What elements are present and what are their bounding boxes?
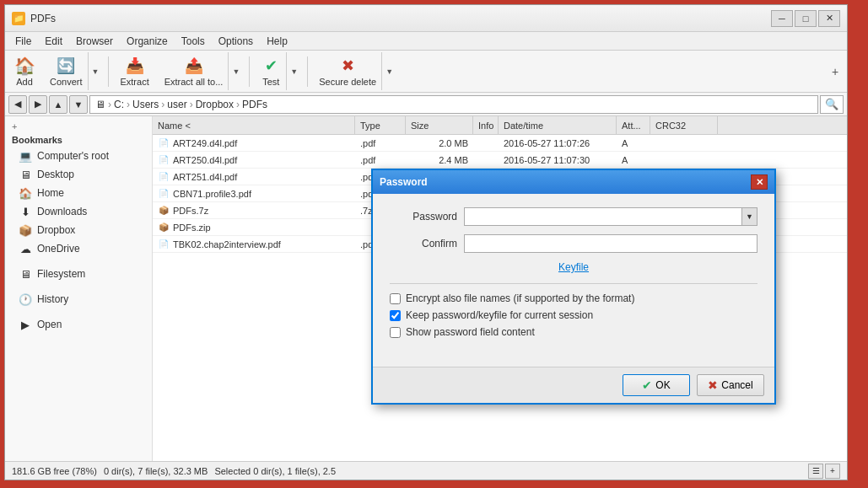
col-header-info[interactable]: Info bbox=[473, 116, 499, 134]
extract-label: Extract bbox=[120, 77, 148, 87]
col-header-type[interactable]: Type bbox=[355, 116, 406, 134]
toolbar-more-button[interactable]: + bbox=[827, 63, 844, 80]
status-add-button[interactable]: + bbox=[825, 464, 840, 479]
test-button[interactable]: ✔ Test ▼ bbox=[255, 51, 302, 91]
file-type: .pdf bbox=[355, 135, 406, 151]
table-row[interactable]: 📄 ART250.d4l.pdf .pdf 2.4 MB 2016-05-27 … bbox=[153, 152, 847, 169]
convert-icon: 🔄 bbox=[56, 56, 76, 76]
secure-delete-button[interactable]: ✖ Secure delete ▼ bbox=[313, 51, 397, 91]
sidebar-item-dropbox[interactable]: 📦 Dropbox bbox=[5, 221, 152, 239]
keyfile-link[interactable]: Keyfile bbox=[390, 261, 757, 273]
breadcrumb-users[interactable]: Users bbox=[132, 99, 159, 110]
menu-browser[interactable]: Browser bbox=[69, 34, 120, 49]
search-button[interactable]: 🔍 bbox=[820, 95, 844, 114]
col-header-crc[interactable]: CRC32 bbox=[650, 116, 718, 134]
extract-all-button[interactable]: 📤 Extract all to... ▼ bbox=[159, 51, 245, 91]
confirm-input[interactable] bbox=[464, 234, 757, 253]
app-icon: 📁 bbox=[12, 12, 25, 25]
filesystem-icon: 🖥 bbox=[19, 267, 32, 281]
up-button[interactable]: ▲ bbox=[49, 95, 67, 114]
menu-file[interactable]: File bbox=[8, 34, 38, 49]
sidebar-item-filesystem[interactable]: 🖥 Filesystem bbox=[5, 265, 152, 283]
dialog-buttons: ✔ OK ✖ Cancel bbox=[373, 367, 774, 403]
add-button[interactable]: 🏠 Add bbox=[8, 51, 40, 91]
sidebar-item-label-downloads: Downloads bbox=[37, 206, 87, 217]
title-bar: 📁 PDFs ─ □ ✕ bbox=[5, 5, 847, 32]
col-header-size[interactable]: Size bbox=[406, 116, 473, 134]
menu-organize[interactable]: Organize bbox=[120, 34, 175, 49]
breadcrumb-dropdown[interactable]: ▼ bbox=[69, 95, 88, 114]
password-input[interactable] bbox=[464, 207, 742, 226]
extract-icon: 📥 bbox=[125, 56, 145, 76]
extract-button[interactable]: 📥 Extract bbox=[114, 51, 154, 91]
file-info bbox=[473, 135, 499, 151]
show-password-checkbox[interactable] bbox=[390, 327, 401, 338]
convert-button[interactable]: 🔄 Convert ▼ bbox=[44, 51, 103, 91]
extract-all-dropdown-arrow[interactable]: ▼ bbox=[228, 52, 243, 90]
file-attr: A bbox=[617, 152, 650, 168]
sidebar-item-label-onedrive: OneDrive bbox=[37, 243, 80, 255]
pdf-icon: 📄 bbox=[158, 188, 170, 200]
forward-button[interactable]: ▶ bbox=[29, 95, 47, 114]
status-icons: ☰ + bbox=[808, 464, 840, 479]
breadcrumb-c[interactable]: C: bbox=[114, 99, 124, 110]
pdf-icon: 📄 bbox=[158, 137, 170, 149]
checkbox-row-2: Keep password/keyfile for current sessio… bbox=[390, 309, 757, 321]
col-header-attr[interactable]: Att... bbox=[617, 116, 650, 134]
pdf-icon: 📄 bbox=[158, 239, 170, 250]
checkbox-row-3: Show password field content bbox=[390, 326, 757, 338]
password-dropdown-btn[interactable]: ▼ bbox=[742, 207, 757, 226]
back-button[interactable]: ◀ bbox=[8, 95, 27, 114]
table-row[interactable]: 📄 ART249.d4l.pdf .pdf 2.0 MB 2016-05-27 … bbox=[153, 135, 847, 152]
keep-password-label[interactable]: Keep password/keyfile for current sessio… bbox=[406, 309, 593, 321]
menu-options[interactable]: Options bbox=[212, 34, 260, 49]
confirm-input-wrap bbox=[464, 234, 757, 253]
show-password-label[interactable]: Show password field content bbox=[406, 326, 535, 338]
col-header-datetime[interactable]: Date/time bbox=[499, 116, 617, 134]
breadcrumb[interactable]: 🖥 › C: › Users › user › Dropbox › PDFs bbox=[89, 95, 818, 114]
secure-delete-dropdown-arrow[interactable]: ▼ bbox=[381, 52, 396, 90]
close-button[interactable]: ✕ bbox=[818, 10, 840, 27]
convert-label: Convert bbox=[50, 77, 83, 87]
menu-help[interactable]: Help bbox=[260, 34, 294, 49]
dialog-close-button[interactable]: ✕ bbox=[751, 174, 768, 190]
home-icon: 🏠 bbox=[19, 186, 32, 200]
sidebar-item-onedrive[interactable]: ☁ OneDrive bbox=[5, 239, 152, 258]
computer-icon: 💻 bbox=[19, 149, 32, 163]
encrypt-names-label[interactable]: Encrypt also file names (if supported by… bbox=[406, 292, 634, 304]
test-dropdown-arrow[interactable]: ▼ bbox=[286, 52, 301, 90]
status-bar: 181.6 GB free (78%) 0 dir(s), 7 file(s),… bbox=[5, 461, 847, 480]
file-size: 2.0 MB bbox=[406, 135, 473, 151]
maximize-button[interactable]: □ bbox=[795, 10, 817, 27]
keep-password-checkbox[interactable] bbox=[390, 310, 401, 321]
file-crc bbox=[650, 135, 718, 151]
sidebar-item-home[interactable]: 🏠 Home bbox=[5, 184, 152, 202]
minimize-button[interactable]: ─ bbox=[771, 10, 793, 27]
dialog-body: Password ▼ Confirm Keyfile Encrypt also … bbox=[373, 194, 774, 353]
sidebar-item-downloads[interactable]: ⬇ Downloads bbox=[5, 202, 152, 221]
breadcrumb-dropbox[interactable]: Dropbox bbox=[196, 99, 234, 110]
menu-tools[interactable]: Tools bbox=[175, 34, 212, 49]
menu-bar: File Edit Browser Organize Tools Options… bbox=[5, 32, 847, 51]
file-name: 📄 TBK02.chap2interview.pdf bbox=[153, 236, 355, 252]
breadcrumb-user[interactable]: user bbox=[167, 99, 186, 110]
add-icon: 🏠 bbox=[14, 56, 35, 76]
checkbox-row-1: Encrypt also file names (if supported by… bbox=[390, 292, 757, 304]
ok-button[interactable]: ✔ OK bbox=[623, 374, 690, 396]
sidebar-add-button[interactable]: + bbox=[5, 120, 152, 133]
breadcrumb-pdfs[interactable]: PDFs bbox=[242, 99, 267, 110]
cancel-button[interactable]: ✖ Cancel bbox=[697, 374, 764, 396]
menu-edit[interactable]: Edit bbox=[38, 34, 69, 49]
sidebar-item-history[interactable]: 🕐 History bbox=[5, 290, 152, 308]
encrypt-names-checkbox[interactable] bbox=[390, 293, 401, 304]
dir-info: 0 dir(s), 7 file(s), 32.3 MB bbox=[104, 466, 208, 476]
file-list-header: Name < Type Size Info Date/time Att... C… bbox=[153, 116, 847, 135]
sidebar-item-open[interactable]: ▶ Open bbox=[5, 315, 152, 334]
status-view-button[interactable]: ☰ bbox=[808, 464, 823, 479]
sidebar-item-computer[interactable]: 💻 Computer's root bbox=[5, 147, 152, 165]
add-label: Add bbox=[16, 77, 33, 87]
sidebar-item-desktop[interactable]: 🖥 Desktop bbox=[5, 165, 152, 184]
col-header-name[interactable]: Name < bbox=[153, 116, 355, 134]
convert-dropdown-arrow[interactable]: ▼ bbox=[88, 52, 103, 90]
open-icon: ▶ bbox=[19, 318, 32, 331]
